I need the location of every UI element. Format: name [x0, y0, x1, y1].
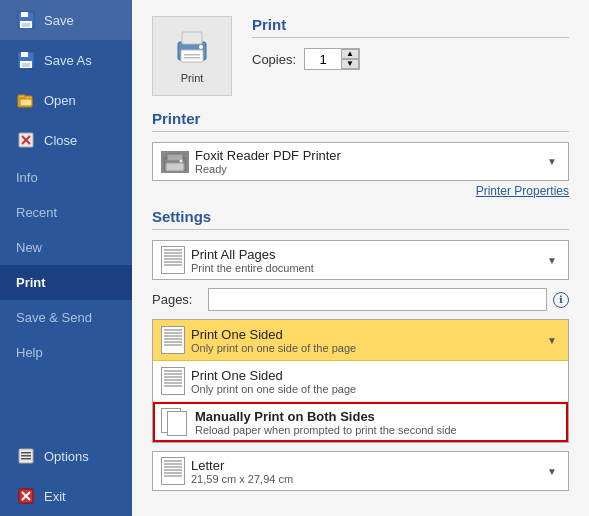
pages-input[interactable]	[208, 288, 547, 311]
svg-rect-24	[184, 54, 200, 56]
foxit-printer-svg	[164, 153, 186, 171]
letter-dropdown[interactable]: Letter 21,59 cm x 27,94 cm ▼	[152, 451, 569, 491]
sidebar-item-options[interactable]: Options	[0, 436, 132, 476]
print-settings-area: Print Copies: ▲ ▼	[252, 16, 569, 76]
one-sided-desc: Only print on one side of the page	[191, 383, 356, 395]
svg-rect-23	[181, 50, 203, 62]
print-button-label: Print	[181, 72, 204, 84]
sidebar-item-save-as-label: Save As	[44, 53, 92, 68]
sides-header-name: Print One Sided	[191, 327, 538, 342]
sidebar: Save Save As Open	[0, 0, 132, 516]
sides-header-icon	[161, 326, 185, 354]
sidebar-item-help[interactable]: Help	[0, 335, 132, 370]
sidebar-item-save[interactable]: Save	[0, 0, 132, 40]
sidebar-item-print[interactable]: Print	[0, 265, 132, 300]
sidebar-item-close-label: Close	[44, 133, 77, 148]
printer-properties-link[interactable]: Printer Properties	[152, 184, 569, 198]
one-sided-icon	[161, 367, 185, 395]
open-icon	[16, 90, 36, 110]
print-title: Print	[252, 16, 569, 38]
exit-icon	[16, 486, 36, 506]
svg-point-26	[199, 45, 203, 49]
pages-info-icon[interactable]: ℹ	[553, 292, 569, 308]
printer-info: Foxit Reader PDF Printer Ready	[195, 148, 538, 175]
sidebar-item-exit-label: Exit	[44, 489, 66, 504]
print-all-pages-info: Print All Pages Print the entire documen…	[191, 247, 538, 274]
sides-dropdown-open: Print One Sided Only print on one side o…	[152, 319, 569, 443]
sides-dropdown-header[interactable]: Print One Sided Only print on one side o…	[153, 320, 568, 361]
copies-input[interactable]	[305, 49, 341, 69]
svg-rect-25	[184, 57, 200, 59]
letter-page-icon	[161, 457, 185, 485]
settings-section-title: Settings	[152, 208, 569, 230]
sides-header-desc: Only print on one side of the page	[191, 342, 538, 354]
svg-rect-15	[21, 452, 31, 454]
print-all-pages-desc: Print the entire document	[191, 262, 538, 274]
svg-rect-17	[21, 458, 31, 460]
print-all-pages-dropdown[interactable]: Print All Pages Print the entire documen…	[152, 240, 569, 280]
print-header: Print Print Copies: ▲ ▼	[152, 16, 569, 96]
print-all-pages-arrow[interactable]: ▼	[544, 252, 560, 268]
main-content: Print Print Copies: ▲ ▼ Printer	[132, 0, 589, 516]
sides-option-both-sides[interactable]: Manually Print on Both Sides Reload pape…	[153, 402, 568, 442]
printer-icon	[172, 28, 212, 68]
printer-device-icon	[161, 151, 189, 173]
one-sided-name: Print One Sided	[191, 368, 356, 383]
sidebar-item-recent[interactable]: Recent	[0, 195, 132, 230]
letter-name: Letter	[191, 458, 538, 473]
printer-section: Printer Foxit Reader PDF Printer Ready ▼…	[152, 110, 569, 198]
sidebar-item-save-as[interactable]: Save As	[0, 40, 132, 80]
svg-rect-3	[22, 23, 30, 27]
both-sides-name: Manually Print on Both Sides	[195, 409, 457, 424]
printer-dropdown-arrow[interactable]: ▼	[544, 154, 560, 170]
svg-rect-29	[166, 163, 184, 171]
sidebar-item-open-label: Open	[44, 93, 76, 108]
close-icon	[16, 130, 36, 150]
sidebar-item-open[interactable]: Open	[0, 80, 132, 120]
sidebar-item-exit[interactable]: Exit	[0, 476, 132, 516]
print-all-pages-icon	[161, 246, 185, 274]
printer-dropdown[interactable]: Foxit Reader PDF Printer Ready ▼	[152, 142, 569, 181]
pages-row: Pages: ℹ	[152, 288, 569, 311]
options-icon	[16, 446, 36, 466]
pages-label: Pages:	[152, 292, 202, 307]
sidebar-item-new[interactable]: New	[0, 230, 132, 265]
letter-info: Letter 21,59 cm x 27,94 cm	[191, 458, 538, 485]
svg-point-30	[180, 159, 183, 162]
svg-rect-7	[22, 63, 30, 67]
printer-status: Ready	[195, 163, 538, 175]
svg-rect-10	[20, 99, 32, 106]
print-button[interactable]: Print	[152, 16, 232, 96]
copies-row: Copies: ▲ ▼	[252, 48, 569, 70]
svg-rect-9	[18, 95, 25, 98]
copies-down-button[interactable]: ▼	[341, 59, 359, 69]
printer-section-title: Printer	[152, 110, 569, 132]
sidebar-item-close[interactable]: Close	[0, 120, 132, 160]
copies-up-button[interactable]: ▲	[341, 49, 359, 59]
save-icon	[16, 10, 36, 30]
copies-spinner[interactable]: ▲ ▼	[341, 49, 359, 69]
printer-name: Foxit Reader PDF Printer	[195, 148, 538, 163]
sidebar-item-options-label: Options	[44, 449, 89, 464]
sides-dropdown-arrow[interactable]: ▼	[544, 332, 560, 348]
letter-dropdown-arrow[interactable]: ▼	[544, 463, 560, 479]
save-as-icon	[16, 50, 36, 70]
letter-size: 21,59 cm x 27,94 cm	[191, 473, 538, 485]
sidebar-item-save-label: Save	[44, 13, 74, 28]
sidebar-item-save-send[interactable]: Save & Send	[0, 300, 132, 335]
settings-section: Settings Print All Pages Print the entir…	[152, 208, 569, 491]
svg-rect-1	[21, 12, 28, 17]
svg-rect-22	[182, 32, 202, 44]
copies-label: Copies:	[252, 52, 296, 67]
both-sides-icon	[161, 408, 189, 436]
svg-rect-16	[21, 455, 31, 457]
sidebar-item-info[interactable]: Info	[0, 160, 132, 195]
sides-option-one-sided[interactable]: Print One Sided Only print on one side o…	[153, 361, 568, 402]
print-all-pages-name: Print All Pages	[191, 247, 538, 262]
svg-rect-5	[21, 52, 28, 57]
both-sides-desc: Reload paper when prompted to print the …	[195, 424, 457, 436]
